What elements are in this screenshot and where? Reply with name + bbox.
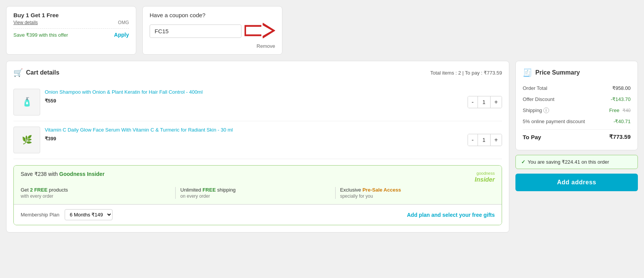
insider-save-prefix: Save ₹238 with xyxy=(21,171,59,177)
apply-button[interactable]: Apply xyxy=(114,32,129,38)
qty-decrease-1[interactable]: - xyxy=(468,96,478,108)
shipping-original: ₹40 xyxy=(623,108,631,113)
item-price-1: ₹559 xyxy=(45,98,463,104)
order-total-value: ₹958.00 xyxy=(612,85,631,91)
offer-discount-value: -₹143.70 xyxy=(611,96,631,102)
insider-feature-3: Exclusive Pre-Sale Access specially for … xyxy=(336,187,495,199)
bogo-save-text: Save ₹399 with this offer xyxy=(13,32,68,38)
saving-banner: ✓ You are saving ₹224.41 on this order xyxy=(515,155,638,169)
online-discount-value: -₹40.71 xyxy=(613,119,631,124)
price-summary-title: Price Summary xyxy=(535,69,580,76)
qty-control-1: - 1 + xyxy=(468,96,502,108)
bogo-title: Buy 1 Get 1 Free xyxy=(13,12,129,18)
cart-icon: 🛒 xyxy=(13,68,23,77)
add-plan-link[interactable]: Add plan and select your free gifts xyxy=(407,212,495,218)
cart-item: 🌿 Vitamin C Daily Glow Face Serum With V… xyxy=(13,121,502,159)
bogo-offer-card: Buy 1 Get 1 Free View details OMG Save ₹… xyxy=(6,6,136,55)
insider-feature-1: Get 2 FREE products with every order xyxy=(21,187,176,199)
shipping-row: Shipping i Free ₹40 xyxy=(523,105,631,116)
membership-select[interactable]: 6 Months ₹149 3 Months ₹99 1 Year ₹199 xyxy=(65,209,112,220)
online-discount-label: 5% online payment discount xyxy=(523,119,585,124)
cart-summary: Total items : 2 | To pay : ₹773.59 xyxy=(430,70,502,76)
price-summary-card: 🧾 Price Summary Order Total ₹958.00 Offe… xyxy=(515,61,638,150)
cart-title: Cart details xyxy=(26,69,59,76)
to-pay-value: ₹773.59 xyxy=(609,133,631,140)
item-image-1: 🧴 xyxy=(13,89,40,115)
item-name-2: Vitamin C Daily Glow Face Serum With Vit… xyxy=(45,127,463,133)
insider-banner: Save ₹238 with Goodness Insider goodness… xyxy=(13,165,502,225)
insider-save-text: Save ₹238 with Goodness Insider xyxy=(21,171,104,177)
saving-text: You are saving ₹224.41 on this order xyxy=(528,159,609,165)
item-name-1: Onion Shampoo with Onion & Plant Keratin… xyxy=(45,89,463,96)
arrow-indicator xyxy=(245,22,275,40)
order-total-label: Order Total xyxy=(523,85,547,91)
cart-panel: 🛒 Cart details Total items : 2 | To pay … xyxy=(6,61,509,232)
item-details-2: Vitamin C Daily Glow Face Serum With Vit… xyxy=(45,127,463,141)
qty-control-2: - 1 + xyxy=(468,134,502,146)
online-discount-row: 5% online payment discount -₹40.71 xyxy=(523,116,631,127)
omg-label: OMG xyxy=(118,20,129,25)
insider-brand-name: Goodness Insider xyxy=(59,171,104,177)
add-address-button[interactable]: Add address xyxy=(515,174,638,191)
order-total-row: Order Total ₹958.00 xyxy=(523,83,631,94)
qty-increase-2[interactable]: + xyxy=(491,134,502,146)
insider-feature-2: Unlimited FREE shipping on every order xyxy=(176,187,335,199)
right-panel: 🧾 Price Summary Order Total ₹958.00 Offe… xyxy=(515,61,638,232)
to-pay-row: To Pay ₹773.59 xyxy=(523,129,631,143)
qty-value-1: 1 xyxy=(478,96,491,108)
receipt-icon: 🧾 xyxy=(523,68,532,77)
shipping-label: Shipping xyxy=(523,107,542,113)
coupon-input[interactable] xyxy=(150,24,241,38)
view-details-link[interactable]: View details xyxy=(13,20,38,25)
offer-discount-row: Offer Discount -₹143.70 xyxy=(523,94,631,105)
qty-value-2: 1 xyxy=(478,134,491,146)
to-pay-label: To Pay xyxy=(523,134,541,140)
item-price-2: ₹399 xyxy=(45,136,463,141)
cart-item: 🧴 Onion Shampoo with Onion & Plant Kerat… xyxy=(13,83,502,121)
remove-coupon-button[interactable]: Remove xyxy=(257,43,275,49)
qty-decrease-2[interactable]: - xyxy=(468,134,478,146)
item-details-1: Onion Shampoo with Onion & Plant Keratin… xyxy=(45,89,463,104)
coupon-title: Have a coupon code? xyxy=(150,12,275,18)
item-image-2: 🌿 xyxy=(13,127,40,153)
check-icon: ✓ xyxy=(521,159,525,165)
offer-discount-label: Offer Discount xyxy=(523,96,554,102)
insider-logo: goodness Insider xyxy=(475,171,495,183)
shipping-free: Free xyxy=(609,107,620,113)
info-icon[interactable]: i xyxy=(543,107,549,113)
coupon-card: Have a coupon code? Remove xyxy=(142,6,282,55)
membership-label: Membership Plan xyxy=(21,212,59,218)
qty-increase-1[interactable]: + xyxy=(491,96,502,108)
